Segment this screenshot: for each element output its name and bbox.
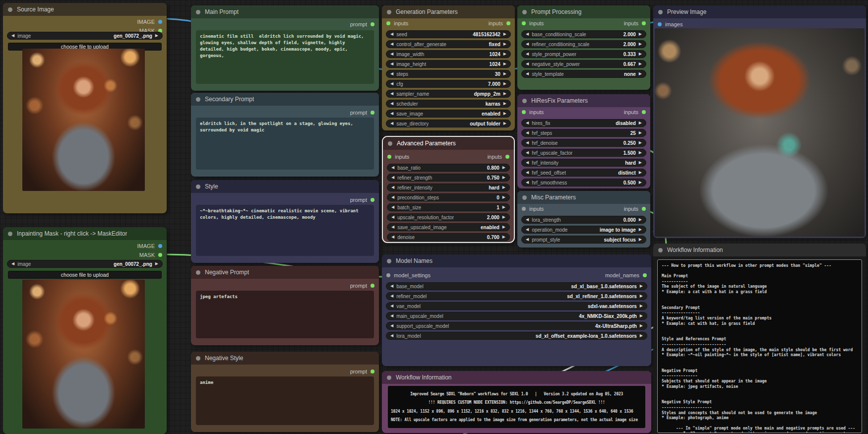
widget-precondition_steps[interactable]: ◀precondition_steps0▶ [387,193,510,201]
output-slot-dot[interactable] [158,244,162,248]
node-canvas[interactable]: Source Image IMAGE MASK ◀imagegen_00072_… [0,0,868,434]
increment-arrow-icon[interactable]: ▶ [503,92,506,96]
node-preview-image[interactable]: Preview Image images [653,5,866,238]
decrement-arrow-icon[interactable]: ◀ [526,171,529,175]
increment-arrow-icon[interactable]: ▶ [502,176,505,180]
collapse-dot-icon[interactable] [522,10,527,14]
node-header[interactable]: Prompt Processing [517,5,650,18]
prompt-textarea[interactable]: cinematic film still eldritch lich surro… [196,30,374,84]
increment-arrow-icon[interactable]: ▶ [639,238,642,242]
decrement-arrow-icon[interactable]: ◀ [526,181,529,185]
increment-arrow-icon[interactable]: ▶ [639,72,642,76]
collapse-dot-icon[interactable] [196,356,200,361]
decrement-arrow-icon[interactable]: ◀ [390,82,393,86]
increment-arrow-icon[interactable]: ▶ [155,262,158,266]
increment-arrow-icon[interactable]: ▶ [639,121,642,125]
increment-arrow-icon[interactable]: ▶ [639,131,642,135]
increment-arrow-icon[interactable]: ▶ [640,314,643,318]
output-slot-dot[interactable] [371,198,374,202]
node-hiresfix-parameters[interactable]: HiResFix Parameters inputs inputs ◀hires… [517,94,650,188]
widget-hires_fix[interactable]: ◀hires_fixdisabled▶ [521,119,646,127]
increment-arrow-icon[interactable]: ▶ [503,32,506,36]
decrement-arrow-icon[interactable]: ◀ [526,228,529,232]
widget-refiner_model[interactable]: ◀refiner_modelsd_xl_refiner_1.0.safetens… [386,292,647,300]
decrement-arrow-icon[interactable]: ◀ [390,122,393,125]
widget-lora_strength[interactable]: ◀lora_strength0.000▶ [521,216,646,224]
widget-image_height[interactable]: ◀image_height1024▶ [386,60,511,68]
increment-arrow-icon[interactable]: ▶ [640,284,643,288]
node-model-names[interactable]: Model Names model_settings model_names ◀… [382,254,651,366]
output-slot-dot[interactable] [506,21,510,25]
decrement-arrow-icon[interactable]: ◀ [391,186,394,189]
increment-arrow-icon[interactable]: ▶ [503,52,506,56]
collapse-dot-icon[interactable] [196,10,200,14]
decrement-arrow-icon[interactable]: ◀ [526,161,529,165]
widget-refiner_conditioning_scale[interactable]: ◀refiner_conditioning_scale2.000▶ [521,40,646,48]
input-slot-dot[interactable] [522,110,526,114]
decrement-arrow-icon[interactable]: ◀ [390,314,393,318]
increment-arrow-icon[interactable]: ▶ [639,52,642,56]
widget-scheduler[interactable]: ◀schedulerkarras▶ [386,100,511,108]
collapse-dot-icon[interactable] [522,99,527,103]
decrement-arrow-icon[interactable]: ◀ [390,324,393,328]
node-main-prompt[interactable]: Main Prompt prompt cinematic film still … [191,5,379,91]
prompt-textarea[interactable]: jpeg artefacts [196,291,374,338]
node-header[interactable]: Advanced Parameters [383,137,514,150]
node-misc-parameters[interactable]: Misc Parameters inputs inputs ◀lora_stre… [517,191,650,248]
decrement-arrow-icon[interactable]: ◀ [390,32,393,36]
input-slot-dot[interactable] [386,273,390,277]
widget-hrf_seed_offset[interactable]: ◀hrf_seed_offsetdistinct▶ [521,169,646,177]
widget-sampler_name[interactable]: ◀sampler_namedpmpp_2m▶ [386,90,511,98]
choose-file-button[interactable]: choose file to upload [8,271,162,279]
mask-image-preview[interactable] [22,280,145,429]
decrement-arrow-icon[interactable]: ◀ [390,72,393,76]
output-slot-dot[interactable] [158,253,162,257]
output-slot-dot[interactable] [505,155,509,159]
increment-arrow-icon[interactable]: ▶ [503,82,506,86]
collapse-dot-icon[interactable] [196,97,200,102]
collapse-dot-icon[interactable] [388,141,392,146]
increment-arrow-icon[interactable]: ▶ [502,235,505,239]
widget-image[interactable]: ◀imagegen_00072_.png▶ [7,32,163,40]
decrement-arrow-icon[interactable]: ◀ [390,334,393,338]
collapse-dot-icon[interactable] [387,375,391,380]
widget-denoise[interactable]: ◀denoise0.700▶ [387,233,510,241]
increment-arrow-icon[interactable]: ▶ [503,102,506,106]
widget-vae_model[interactable]: ◀vae_modelsdxl-vae.safetensors▶ [386,302,647,310]
input-slot-dot[interactable] [387,155,391,159]
widget-steps[interactable]: ◀steps30▶ [386,70,511,78]
decrement-arrow-icon[interactable]: ◀ [526,121,529,125]
input-slot-dot[interactable] [386,21,390,25]
widget-support_upscale_model[interactable]: ◀support_upscale_model4x-UltraSharp.pth▶ [386,322,647,330]
node-header[interactable]: Negative Style [191,352,379,365]
collapse-dot-icon[interactable] [196,270,200,275]
decrement-arrow-icon[interactable]: ◀ [526,151,529,155]
node-header[interactable]: Source Image [3,3,167,16]
widget-base_ratio[interactable]: ◀base_ratio0.800▶ [387,164,510,172]
decrement-arrow-icon[interactable]: ◀ [390,284,393,288]
increment-arrow-icon[interactable]: ▶ [502,195,505,199]
prompt-textarea[interactable]: anime [196,376,374,425]
increment-arrow-icon[interactable]: ▶ [640,304,643,308]
collapse-dot-icon[interactable] [8,7,12,12]
decrement-arrow-icon[interactable]: ◀ [526,72,529,76]
increment-arrow-icon[interactable]: ▶ [502,166,505,170]
node-source-image[interactable]: Source Image IMAGE MASK ◀imagegen_00072_… [3,3,167,213]
output-slot-dot[interactable] [371,111,374,115]
decrement-arrow-icon[interactable]: ◀ [391,235,394,239]
widget-style_prompt_power[interactable]: ◀style_prompt_power0.333▶ [521,50,646,58]
widget-save_upscaled_image[interactable]: ◀save_upscaled_imageenabled▶ [387,223,510,231]
prompt-textarea[interactable]: eldritch lich, in the spotlight on a sta… [196,118,374,170]
node-header[interactable]: Workflow Information [382,371,651,384]
increment-arrow-icon[interactable]: ▶ [639,32,642,36]
prompt-textarea[interactable]: ~*~breathtaking~*~ cinematic realistic m… [196,205,374,256]
decrement-arrow-icon[interactable]: ◀ [390,52,393,56]
node-header[interactable]: Model Names [382,254,651,267]
node-secondary-prompt[interactable]: Secondary Prompt prompt eldritch lich, i… [191,93,379,177]
widget-hrf_denoise[interactable]: ◀hrf_denoise0.250▶ [521,139,646,147]
collapse-dot-icon[interactable] [196,185,200,189]
collapse-dot-icon[interactable] [522,195,527,200]
decrement-arrow-icon[interactable]: ◀ [390,92,393,96]
widget-refiner_intensity[interactable]: ◀refiner_intensityhard▶ [387,184,510,191]
decrement-arrow-icon[interactable]: ◀ [390,112,393,116]
